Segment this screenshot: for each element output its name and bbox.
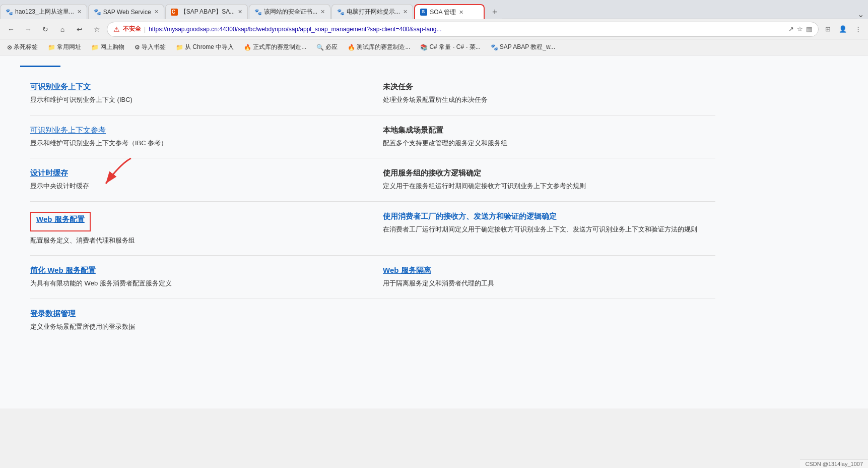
reload-button[interactable]: ↻ <box>38 22 52 36</box>
security-warning-icon: ⚠ <box>113 25 120 33</box>
item-desc-login-data: 定义业务场景配置所使用的登录数据 <box>30 322 358 332</box>
bookmark-chrome-import[interactable]: 📁 从 Chrome 中导入 <box>173 41 237 53</box>
item-title-simplified-web[interactable]: 简化 Web 服务配置 <box>30 266 358 275</box>
item-desc-context-ref: 显示和维护可识别业务上下文参考（IBC 参考） <box>30 138 358 148</box>
tab-pc-tips[interactable]: 🐾 电脑打开网站提示... ✕ <box>331 4 413 19</box>
bookmark-bing[interactable]: 🔍 必应 <box>313 41 341 53</box>
bookmark-import[interactable]: ⚙ 导入书签 <box>131 41 169 53</box>
item-title-web-isolation[interactable]: Web 服务隔离 <box>383 266 710 275</box>
item-login-data: 登录数据管理 定义业务场景配置所使用的登录数据 <box>20 299 373 342</box>
folder-icon-2: 📁 <box>176 44 183 51</box>
forward-button[interactable]: → <box>21 22 35 36</box>
bookmark-label-official: 正式库的赛意制造... <box>253 43 306 51</box>
tab-bar-menu[interactable]: ⌄ <box>857 10 868 19</box>
url-text: https://mysap.goodsap.cn:44300/sap/bc/we… <box>149 26 785 33</box>
bookmark-test-lib[interactable]: 🔥 测试库的赛意制造... <box>345 41 413 53</box>
tab-close-hao123[interactable]: ✕ <box>77 9 82 15</box>
tab-close-tips[interactable]: ✕ <box>403 9 408 15</box>
item-desc-web-isolation: 用于隔离服务定义和消费者代理的工具 <box>383 278 710 288</box>
item-desc-local-integration: 配置多个支持更改管理的服务定义和服务组 <box>383 138 710 148</box>
tab-soa-management[interactable]: S SOA 管理 ✕ <box>414 4 485 19</box>
tab-close-sap[interactable]: ✕ <box>154 9 159 15</box>
page-content: 可识别业务上下文 显示和维护可识别业务上下文 (IBC) 未决任务 处理业务场景… <box>0 55 868 408</box>
browser-chrome: 🐾 hao123_上网从这里... ✕ 🐾 SAP Web Service ✕ … <box>0 0 868 55</box>
bookmark-page-button[interactable]: ☆ <box>90 22 104 36</box>
share-icon[interactable]: ↗ <box>788 25 794 33</box>
item-title-login-data[interactable]: 登录数据管理 <box>30 309 358 319</box>
bookmark-label-common: 常用网址 <box>57 43 81 51</box>
item-factory-logic: 使用消费者工厂的接收方、发送方和验证的逻辑确定 在消费者工厂运行时期间定义用于确… <box>373 202 725 256</box>
tab-label-soa: SOA 管理 <box>430 8 456 17</box>
book-icon: 📚 <box>420 44 428 51</box>
bookmark-label-csharp: C# 常量 - C# - 菜... <box>429 43 480 51</box>
tab-label-sap: SAP Web Service <box>103 9 151 16</box>
tab-close-cert[interactable]: ✕ <box>320 9 325 15</box>
item-context-reference: 可识别业务上下文参考 显示和维护可识别业务上下文参考（IBC 参考） <box>20 115 373 158</box>
settings-bm-icon: ⚙ <box>135 44 140 51</box>
item-title-pending-tasks: 未决任务 <box>383 82 710 92</box>
fire-icon-2: 🔥 <box>348 44 355 51</box>
bookmark-label-test: 测试库的赛意制造... <box>357 43 410 51</box>
bookmark-label-bing: 必应 <box>325 43 338 51</box>
tab-icon-cert: 🐾 <box>254 9 261 16</box>
profile-icon[interactable]: 👤 <box>837 23 849 35</box>
item-title-web-service[interactable]: Web 服务配置 <box>36 215 85 224</box>
fire-icon-1: 🔥 <box>244 44 251 51</box>
bookmark-shopping[interactable]: 📁 网上购物 <box>88 41 127 53</box>
settings-icon[interactable]: ⋮ <box>852 23 864 35</box>
tab-sap-abap[interactable]: C 【SAP ABAP】SA... ✕ <box>165 4 248 19</box>
tab-close-abap[interactable]: ✕ <box>238 9 242 15</box>
item-business-context: 可识别业务上下文 显示和维护可识别业务上下文 (IBC) <box>20 72 373 115</box>
item-desc-pending-tasks: 处理业务场景配置所生成的未决任务 <box>383 95 710 105</box>
item-title-context-ref[interactable]: 可识别业务上下文参考 <box>30 126 358 135</box>
kill-tab-icon: ⊗ <box>7 44 12 51</box>
item-desc-factory-logic: 在消费者工厂运行时期间定义用于确定接收方可识别业务上下文、发送方可识别业务上下文… <box>383 224 710 235</box>
item-pending-tasks: 未决任务 处理业务场景配置所生成的未决任务 <box>373 72 725 115</box>
tab-icon-abap: C <box>171 9 178 16</box>
item-title-local-integration: 本地集成场景配置 <box>383 126 710 135</box>
tab-label-cert: 该网站的安全证书... <box>264 8 317 16</box>
back-page-button[interactable]: ↩ <box>73 22 87 36</box>
home-button[interactable]: ⌂ <box>55 22 70 36</box>
star-icon[interactable]: ☆ <box>797 25 803 33</box>
tab-icon-tips: 🐾 <box>337 9 344 16</box>
bookmark-label-chrome: 从 Chrome 中导入 <box>185 43 234 51</box>
bookmark-sap-abap[interactable]: 🐾 SAP ABAP 教程_w... <box>488 41 558 53</box>
item-desc-business-context: 显示和维护可识别业务上下文 (IBC) <box>30 95 358 105</box>
tab-icon-soa: S <box>420 9 427 16</box>
bookmark-label-sap-abap: SAP ABAP 教程_w... <box>500 43 555 51</box>
item-title-factory-logic: 使用消费者工厂的接收方、发送方和验证的逻辑确定 <box>383 212 710 221</box>
paw-icon: 🐾 <box>491 44 498 51</box>
tab-bar: 🐾 hao123_上网从这里... ✕ 🐾 SAP Web Service ✕ … <box>0 0 868 19</box>
item-desc-receiver-logic: 定义用于在服务组运行时期间确定接收方可识别业务上下文参考的规则 <box>383 181 710 191</box>
item-design-cache: 设计时缓存 显示中央设计时缓存 <box>20 158 373 201</box>
tab-add-button[interactable]: + <box>488 5 502 19</box>
arrow-annotation <box>91 153 151 194</box>
separator: | <box>144 26 146 33</box>
tab-close-soa[interactable]: ✕ <box>459 9 463 16</box>
bookmark-csharp[interactable]: 📚 C# 常量 - C# - 菜... <box>417 41 483 53</box>
security-warning-label: 不安全 <box>123 25 141 33</box>
bookmark-common-sites[interactable]: 📁 常用网址 <box>45 41 84 53</box>
address-bar: ← → ↻ ⌂ ↩ ☆ ⚠ 不安全 | https://mysap.goodsa… <box>0 19 868 39</box>
qr-icon[interactable]: ▦ <box>806 25 812 33</box>
spacer-top <box>20 67 848 72</box>
tab-sap-webservice[interactable]: 🐾 SAP Web Service ✕ <box>88 4 164 19</box>
address-bar-input[interactable]: ⚠ 不安全 | https://mysap.goodsap.cn:44300/s… <box>107 22 819 37</box>
search-bm-icon: 🔍 <box>316 44 324 51</box>
back-button[interactable]: ← <box>4 22 18 36</box>
item-desc-web-service: 配置服务定义、消费者代理和服务组 <box>30 236 358 246</box>
item-title-design-cache[interactable]: 设计时缓存 <box>30 168 358 178</box>
web-service-highlight-box: Web 服务配置 <box>30 212 91 231</box>
tab-security-cert[interactable]: 🐾 该网站的安全证书... ✕ <box>249 4 330 19</box>
tab-label-tips: 电脑打开网站提示... <box>347 8 400 16</box>
item-title-business-context[interactable]: 可识别业务上下文 <box>30 82 358 92</box>
bookmarks-bar: ⊗ 杀死标签 📁 常用网址 📁 网上购物 ⚙ 导入书签 📁 从 Chrome 中… <box>0 39 868 55</box>
tab-hao123[interactable]: 🐾 hao123_上网从这里... ✕ <box>0 4 87 19</box>
bookmark-kill-tab[interactable]: ⊗ 杀死标签 <box>4 41 41 53</box>
bookmark-label-import: 导入书签 <box>142 43 166 51</box>
bookmark-label-kill: 杀死标签 <box>14 43 38 51</box>
item-web-isolation: Web 服务隔离 用于隔离服务定义和消费者代理的工具 <box>373 256 725 299</box>
bookmark-official-lib[interactable]: 🔥 正式库的赛意制造... <box>241 41 309 53</box>
extensions-icon[interactable]: ⊞ <box>822 23 834 35</box>
